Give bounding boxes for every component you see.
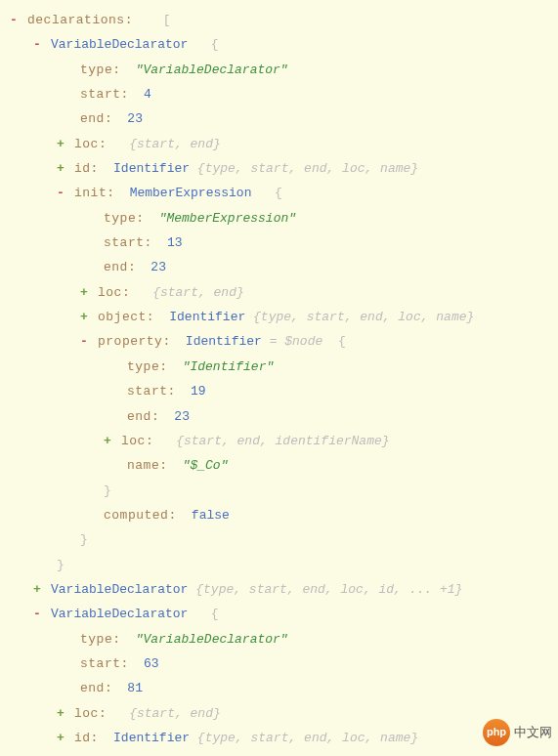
number-value: 23: [174, 404, 190, 429]
string-value: "$_Co": [183, 453, 229, 478]
tree-row[interactable]: + id: Identifier {type, start, end, loc,…: [10, 156, 548, 181]
number-value: 4: [144, 82, 151, 106]
tree-row[interactable]: + loc: {start, end}: [10, 280, 548, 305]
number-value: 63: [144, 651, 159, 676]
brace-close: }: [104, 479, 111, 503]
collapsed-preview: {start, end}: [129, 132, 221, 156]
collapsed-preview: {start, end, identifierName}: [176, 429, 389, 453]
plus-icon[interactable]: +: [80, 305, 88, 329]
ast-tree-view: - declarations: [ - VariableDeclarator {…: [0, 0, 558, 756]
collapsed-preview: {type, start, end, loc, name}: [197, 156, 418, 181]
number-value: 13: [167, 231, 183, 255]
tree-row[interactable]: - VariableDeclarator {: [10, 602, 548, 626]
node-tag: = $node: [262, 329, 338, 354]
node-type: VariableDeclarator: [51, 577, 188, 602]
brace-close: }: [57, 553, 64, 577]
node-type: VariableDeclarator: [51, 32, 188, 57]
number-value: 23: [127, 106, 143, 131]
bool-value: false: [192, 503, 230, 527]
plus-icon[interactable]: +: [57, 701, 64, 726]
string-value: "VariableDeclarator": [136, 627, 288, 651]
watermark-text: 中文网: [514, 720, 552, 744]
tree-row[interactable]: type: "VariableDeclarator": [10, 627, 548, 651]
bracket-open: [: [163, 8, 171, 32]
tree-row[interactable]: + loc: {start, end}: [10, 701, 548, 726]
minus-icon[interactable]: -: [33, 32, 41, 57]
minus-icon[interactable]: -: [57, 181, 64, 205]
minus-icon[interactable]: -: [33, 602, 41, 626]
tree-row[interactable]: start: 19: [10, 379, 548, 403]
tree-row: }: [10, 527, 548, 552]
string-value: "MemberExpression": [159, 206, 296, 231]
minus-icon[interactable]: -: [80, 329, 88, 354]
tree-row[interactable]: end: 23: [10, 255, 548, 279]
watermark: php 中文网: [483, 719, 552, 746]
tree-row[interactable]: - VariableDeclarator {: [10, 32, 548, 57]
collapsed-preview: {type, start, end, loc, id, ... +1}: [195, 577, 462, 602]
plus-icon[interactable]: +: [57, 132, 64, 156]
tree-row[interactable]: - init: MemberExpression {: [10, 181, 548, 205]
string-value: "VariableDeclarator": [136, 58, 288, 82]
node-type: Identifier: [113, 156, 190, 181]
node-type: Identifier: [113, 726, 190, 750]
tree-row[interactable]: + init: MemberExpression {type, start, e…: [10, 750, 548, 756]
tree-row[interactable]: type: "VariableDeclarator": [10, 58, 548, 82]
plus-icon[interactable]: +: [80, 280, 88, 305]
number-value: 23: [150, 255, 166, 279]
tree-row[interactable]: type: "Identifier": [10, 355, 548, 379]
tree-row[interactable]: - property: Identifier = $node {: [10, 329, 548, 354]
tree-row[interactable]: end: 81: [10, 676, 548, 700]
tree-row[interactable]: name: "$_Co": [10, 453, 548, 478]
string-value: "Identifier": [183, 355, 275, 379]
tree-row[interactable]: start: 63: [10, 651, 548, 676]
plus-icon[interactable]: +: [33, 577, 41, 602]
minus-icon[interactable]: -: [10, 8, 18, 32]
plus-icon[interactable]: +: [57, 156, 64, 181]
collapsed-preview: {type, start, end, loc, object, ... +2}: [251, 750, 548, 756]
node-type: Identifier: [169, 305, 245, 329]
tree-row[interactable]: + loc: {start, end, identifierName}: [10, 429, 548, 453]
tree-row[interactable]: computed: false: [10, 503, 548, 527]
node-type: MemberExpression: [130, 181, 252, 205]
watermark-logo: php: [483, 719, 510, 746]
brace-close: }: [80, 527, 88, 552]
node-type: MemberExpression: [121, 750, 243, 756]
collapsed-preview: {type, start, end, loc, name}: [253, 305, 474, 329]
collapsed-preview: {type, start, end, loc, name}: [197, 726, 418, 750]
number-value: 19: [191, 379, 206, 403]
collapsed-preview: {start, end}: [152, 280, 244, 305]
plus-icon[interactable]: +: [57, 726, 64, 750]
collapsed-preview: {start, end}: [129, 701, 221, 726]
tree-row: }: [10, 553, 548, 577]
number-value: 81: [127, 676, 143, 700]
tree-row: }: [10, 479, 548, 503]
tree-row[interactable]: end: 23: [10, 106, 548, 131]
tree-row[interactable]: + VariableDeclarator {type, start, end, …: [10, 577, 548, 602]
tree-row[interactable]: type: "MemberExpression": [10, 206, 548, 231]
tree-row[interactable]: start: 4: [10, 82, 548, 106]
tree-row[interactable]: + object: Identifier {type, start, end, …: [10, 305, 548, 329]
node-type: Identifier: [186, 329, 262, 354]
tree-row[interactable]: - declarations: [: [10, 8, 548, 32]
plus-icon[interactable]: +: [104, 429, 111, 453]
tree-row[interactable]: start: 13: [10, 231, 548, 255]
key-declarations: declarations: [27, 8, 125, 32]
tree-row[interactable]: + loc: {start, end}: [10, 132, 548, 156]
node-type: VariableDeclarator: [51, 602, 188, 626]
plus-icon[interactable]: +: [57, 750, 64, 756]
tree-row[interactable]: + id: Identifier {type, start, end, loc,…: [10, 726, 548, 750]
tree-row[interactable]: end: 23: [10, 404, 548, 429]
